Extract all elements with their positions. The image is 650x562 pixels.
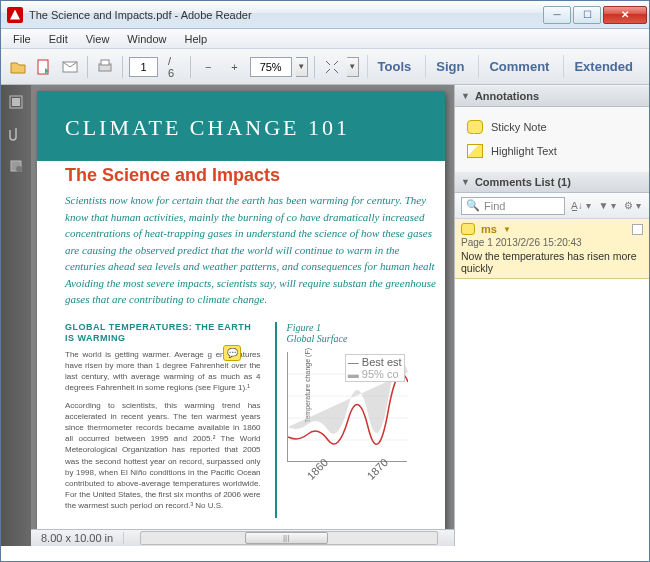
zoom-dropdown-icon[interactable]: ▼ (296, 57, 308, 77)
find-input[interactable]: 🔍Find (461, 197, 565, 215)
chart: Temperature change (F) — Best est (287, 352, 407, 462)
export-pdf-icon[interactable] (33, 54, 55, 80)
horizontal-scrollbar[interactable]: ||| (140, 531, 438, 545)
sticky-note-tool-icon (467, 120, 483, 134)
fit-page-icon[interactable] (321, 54, 343, 80)
sign-link[interactable]: Sign (425, 55, 474, 78)
zoom-level[interactable]: 75% (250, 57, 292, 77)
page-dimensions: 8.00 x 10.00 in (31, 532, 124, 544)
sort-icon[interactable]: A̲↓ ▾ (569, 200, 593, 211)
search-icon: 🔍 (466, 199, 480, 212)
comment-author: ms (481, 223, 497, 235)
comment-meta: Page 1 2013/2/26 15:20:43 (461, 237, 643, 248)
options-icon[interactable]: ⚙ ▾ (622, 200, 643, 211)
comment-menu-icon[interactable]: ▼ (503, 225, 511, 234)
print-icon[interactable] (94, 54, 116, 80)
attachments-icon[interactable] (7, 125, 25, 143)
tools-link[interactable]: Tools (367, 55, 422, 78)
svg-point-7 (16, 166, 22, 172)
collapse-icon[interactable]: ▼ (461, 91, 470, 101)
scrollbar-thumb[interactable]: ||| (245, 532, 328, 544)
svg-rect-3 (101, 60, 109, 65)
section-heading: GLOBAL TEMPERATURES: THE EARTH IS WARMIN… (65, 322, 261, 345)
window-title: The Science and Impacts.pdf - Adobe Read… (27, 9, 543, 21)
menu-view[interactable]: View (78, 31, 118, 47)
menu-window[interactable]: Window (119, 31, 174, 47)
comment-item[interactable]: ms ▼ Page 1 2013/2/26 15:20:43 Now the t… (455, 219, 649, 279)
page-number-input[interactable]: 1 (129, 57, 158, 77)
annotations-header[interactable]: ▼Annotations (455, 85, 649, 107)
svg-rect-5 (12, 98, 20, 106)
filter-icon[interactable]: ▼ ▾ (597, 200, 619, 211)
highlight-tool-icon (467, 144, 483, 158)
menu-help[interactable]: Help (176, 31, 215, 47)
navigation-sidebar (1, 85, 31, 546)
comments-list-header[interactable]: ▼Comments List (1) (455, 171, 649, 193)
title-bar: The Science and Impacts.pdf - Adobe Read… (1, 1, 649, 29)
sticky-note-icon[interactable]: 💬 (223, 345, 241, 361)
comment-checkbox[interactable] (632, 224, 643, 235)
comment-body: Now the temperatures has risen more quic… (461, 250, 643, 274)
extended-link[interactable]: Extended (563, 55, 643, 78)
thumbnails-icon[interactable] (7, 93, 25, 111)
figure-label: Figure 1 (287, 322, 437, 333)
status-bar: 8.00 x 10.00 in ||| (31, 529, 454, 546)
view-dropdown-icon[interactable]: ▼ (347, 57, 359, 77)
document-viewport[interactable]: CLIMATE CHANGE 101 The Science and Impac… (31, 85, 454, 529)
comment-type-icon (461, 223, 475, 235)
highlight-tool[interactable]: Highlight Text (463, 139, 641, 163)
toolbar: 1 / 6 − + 75% ▼ ▼ Tools Sign Comment Ext… (1, 49, 649, 85)
collapse-icon[interactable]: ▼ (461, 177, 470, 187)
doc-subtitle: The Science and Impacts (37, 161, 445, 192)
doc-heading: CLIMATE CHANGE 101 (65, 115, 445, 141)
close-button[interactable]: ✕ (603, 6, 647, 24)
pdf-page: CLIMATE CHANGE 101 The Science and Impac… (37, 91, 445, 529)
chart-legend: — Best est ▬ 95% co (345, 354, 405, 382)
app-icon (7, 7, 23, 23)
comment-link[interactable]: Comment (478, 55, 559, 78)
sticky-note-tool[interactable]: Sticky Note (463, 115, 641, 139)
menu-edit[interactable]: Edit (41, 31, 76, 47)
zoom-in-icon[interactable]: + (223, 54, 245, 80)
comment-pane: ▼Annotations Sticky Note Highlight Text … (454, 85, 649, 546)
paragraph-2: According to scientists, this warming tr… (65, 400, 261, 512)
open-icon[interactable] (7, 54, 29, 80)
menu-file[interactable]: File (5, 31, 39, 47)
figure-title: Global Surface (287, 333, 437, 344)
zoom-out-icon[interactable]: − (197, 54, 219, 80)
minimize-button[interactable]: ─ (543, 6, 571, 24)
maximize-button[interactable]: ☐ (573, 6, 601, 24)
chart-xticks: 18601870 (288, 463, 407, 475)
page-total: / 6 (162, 55, 184, 79)
signatures-icon[interactable] (7, 157, 25, 175)
doc-intro: Scientists now know for certain that the… (37, 192, 445, 308)
email-icon[interactable] (59, 54, 81, 80)
menu-bar: File Edit View Window Help (1, 29, 649, 49)
comments-list-empty (455, 279, 649, 546)
